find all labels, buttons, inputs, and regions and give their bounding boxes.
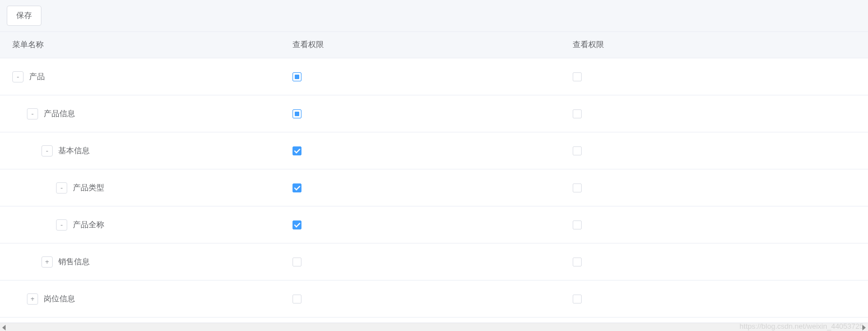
expand-icon[interactable]: + <box>27 293 38 305</box>
checkbox-perm1[interactable] <box>293 183 301 192</box>
table-row: - 产品 <box>0 58 868 95</box>
table-row: - 产品全称 <box>0 206 868 243</box>
checkbox-perm1[interactable] <box>293 146 301 155</box>
column-header-perm2: 查看权限 <box>566 32 868 58</box>
checkbox-perm2[interactable] <box>573 220 582 229</box>
checkbox-perm1[interactable] <box>293 72 301 81</box>
table-header: 菜单名称 查看权限 查看权限 <box>0 32 868 58</box>
collapse-icon[interactable]: - <box>41 145 53 157</box>
row-label: 基本信息 <box>58 146 90 156</box>
checkbox-perm2[interactable] <box>573 109 582 118</box>
table-body[interactable]: - 产品 - 产品信息 - 基本信息 <box>0 58 868 323</box>
table-row: + 岗位信息 <box>0 281 868 318</box>
horizontal-scrollbar[interactable] <box>0 323 868 331</box>
checkbox-perm2[interactable] <box>573 258 582 266</box>
checkbox-perm1[interactable] <box>293 220 301 229</box>
toolbar: 保存 <box>0 0 868 31</box>
collapse-icon[interactable]: - <box>27 108 38 119</box>
collapse-icon[interactable]: - <box>56 219 67 231</box>
checkbox-perm1[interactable] <box>293 295 301 304</box>
row-label: 产品信息 <box>44 109 75 119</box>
checkbox-perm2[interactable] <box>573 183 582 192</box>
row-label: 产品类型 <box>73 183 104 193</box>
row-label: 销售信息 <box>58 257 90 267</box>
row-label: 产品全称 <box>73 220 104 230</box>
collapse-icon[interactable]: - <box>12 71 24 82</box>
column-header-name: 菜单名称 <box>0 32 286 58</box>
table-row: - 产品类型 <box>0 169 868 206</box>
row-label: 产品 <box>29 72 45 82</box>
checkbox-perm2[interactable] <box>573 295 582 304</box>
checkbox-perm2[interactable] <box>573 72 582 81</box>
column-header-perm1: 查看权限 <box>286 32 566 58</box>
row-label: 岗位信息 <box>44 294 75 304</box>
table-row: - 基本信息 <box>0 132 868 169</box>
permission-table: 菜单名称 查看权限 查看权限 - 产品 - 产品信息 - <box>0 31 868 331</box>
checkbox-perm1[interactable] <box>293 109 301 118</box>
table-row: + 销售信息 <box>0 243 868 281</box>
expand-icon[interactable]: + <box>41 256 53 268</box>
checkbox-perm1[interactable] <box>293 258 301 266</box>
save-button[interactable]: 保存 <box>7 6 41 26</box>
table-row: - 产品信息 <box>0 95 868 132</box>
collapse-icon[interactable]: - <box>56 182 67 194</box>
checkbox-perm2[interactable] <box>573 146 582 155</box>
